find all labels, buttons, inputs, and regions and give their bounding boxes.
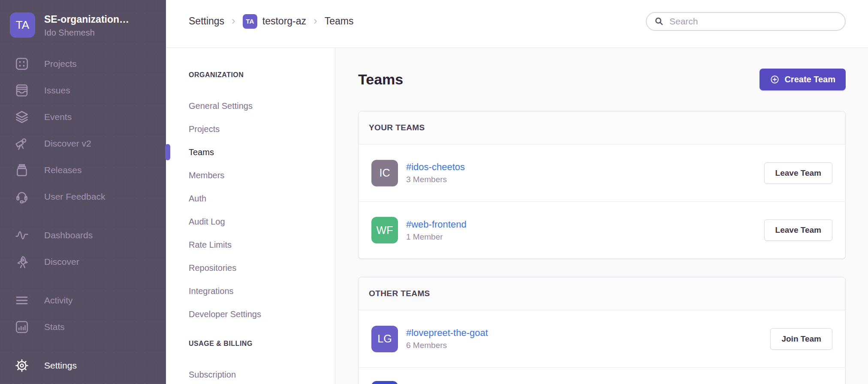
app-root: TA SE-organization… Ido Shemesh Project — [0, 0, 868, 384]
breadcrumb-settings[interactable]: Settings — [189, 15, 224, 27]
other-teams-panel: OTHER TEAMS LG #lovepreet-the-goat 6 Mem… — [358, 277, 846, 384]
org-avatar: TA — [10, 12, 35, 38]
search-input[interactable] — [669, 16, 838, 27]
settings-nav-item-auth[interactable]: Auth — [189, 187, 335, 210]
team-name-link[interactable]: #idos-cheetos — [406, 162, 465, 173]
settings-nav-item-integrations[interactable]: Integrations — [189, 279, 335, 303]
search-icon — [654, 16, 664, 26]
sidebar-group-divider — [0, 210, 166, 222]
team-info: #web-frontend 1 Member — [406, 219, 467, 242]
sidebar-item-label: Discover v2 — [44, 138, 91, 149]
projects-icon — [14, 56, 30, 72]
chevron-right-icon: › — [313, 15, 317, 27]
sidebar-group-divider — [0, 275, 166, 287]
bar-chart-icon — [14, 319, 30, 335]
sidebar-item-stats[interactable]: Stats — [0, 314, 166, 340]
pulse-icon — [14, 228, 30, 243]
breadcrumb-org-badge: TA — [243, 14, 257, 29]
settings-nav-item-subscription[interactable]: Subscription — [189, 363, 335, 384]
settings-nav-item-repositories[interactable]: Repositories — [189, 256, 335, 279]
create-team-button[interactable]: Create Team — [760, 69, 846, 90]
sidebar-item-discover[interactable]: Discover — [0, 249, 166, 275]
settings-nav-section-title: ORGANIZATION — [189, 71, 335, 79]
issues-icon — [14, 83, 30, 98]
breadcrumb-org[interactable]: TA testorg-az — [243, 14, 306, 29]
gear-icon — [14, 358, 30, 373]
panel-header: OTHER TEAMS — [359, 277, 845, 310]
settings-nav-item-label: Audit Log — [189, 217, 225, 227]
team-avatar: IC — [371, 160, 398, 186]
sidebar-item-label: Issues — [44, 85, 70, 96]
team-members: 6 Members — [406, 341, 488, 350]
team-row: LG #lovepreet-the-goat 6 Members Join Te… — [359, 310, 845, 367]
sidebar-item-label: Activity — [44, 295, 73, 306]
breadcrumb: Settings › TA testorg-az › Teams — [189, 14, 353, 29]
sidebar-item-label: Projects — [44, 59, 77, 69]
plus-circle-icon — [770, 75, 780, 84]
panel-header: YOUR TEAMS — [359, 111, 845, 144]
sidebar-item-discover-v2[interactable]: Discover v2 — [0, 130, 166, 157]
settings-nav-item-label: General Settings — [189, 101, 253, 111]
page-title: Teams — [358, 71, 403, 88]
main-content: Teams Create Team YOUR TEAMS IC — [335, 48, 868, 384]
create-team-label: Create Team — [784, 75, 835, 84]
page-head: Teams Create Team — [358, 69, 846, 90]
org-switcher[interactable]: TA SE-organization… Ido Shemesh — [0, 0, 166, 38]
team-avatar: WF — [371, 217, 398, 243]
sidebar-item-label: Discover — [44, 257, 79, 267]
settings-nav-section-title: USAGE & BILLING — [189, 340, 335, 348]
settings-nav-item-general-settings[interactable]: General Settings — [189, 94, 335, 117]
settings-nav-item-label: Projects — [189, 124, 220, 134]
team-avatar: LG — [371, 326, 398, 352]
settings-nav-item-label: Repositories — [189, 263, 236, 273]
settings-nav-item-teams[interactable]: Teams — [189, 141, 335, 164]
rocket-icon — [14, 254, 30, 270]
settings-nav-item-members[interactable]: Members — [189, 164, 335, 187]
sidebar-item-user-feedback[interactable]: User Feedback — [0, 183, 166, 210]
events-icon — [14, 109, 30, 125]
releases-icon — [14, 162, 30, 178]
settings-nav-item-audit-log[interactable]: Audit Log — [189, 210, 335, 233]
telescope-icon — [14, 136, 30, 151]
team-name-link[interactable]: #web-frontend — [406, 219, 467, 230]
team-members: 1 Member — [406, 232, 467, 242]
sidebar-item-releases[interactable]: Releases — [0, 157, 166, 183]
settings-nav-item-projects[interactable]: Projects — [189, 117, 335, 141]
search-box[interactable] — [646, 12, 846, 31]
team-info: #lovepreet-the-goat 6 Members — [406, 327, 488, 350]
team-name-link[interactable]: #lovepreet-the-goat — [406, 327, 488, 339]
team-members: 3 Members — [406, 175, 465, 184]
sidebar-item-label: Events — [44, 112, 72, 122]
sidebar-item-label: Releases — [44, 165, 82, 175]
settings-nav: ORGANIZATION General Settings Projects T… — [166, 48, 335, 384]
leave-team-button[interactable]: Leave Team — [764, 162, 832, 184]
settings-nav-item-label: Subscription — [189, 370, 236, 380]
sidebar-group-divider — [0, 340, 166, 352]
sidebar-item-issues[interactable]: Issues — [0, 77, 166, 104]
breadcrumb-page: Teams — [325, 15, 354, 27]
sidebar-item-projects[interactable]: Projects — [0, 51, 166, 77]
sidebar-item-dashboards[interactable]: Dashboards — [0, 222, 166, 249]
sidebar-item-label: Stats — [44, 322, 65, 332]
settings-nav-item-rate-limits[interactable]: Rate Limits — [189, 233, 335, 256]
your-teams-panel: YOUR TEAMS IC #idos-cheetos 3 Members Le… — [358, 111, 846, 259]
sidebar-item-activity[interactable]: Activity — [0, 287, 166, 314]
topbar: Settings › TA testorg-az › Teams — [166, 0, 868, 48]
user-name: Ido Shemesh — [44, 28, 129, 38]
sidebar-item-label: Settings — [44, 360, 77, 371]
org-name: SE-organization… — [44, 14, 129, 25]
breadcrumb-org-label: testorg-az — [262, 15, 306, 27]
sidebar-item-settings[interactable]: Settings — [0, 352, 166, 379]
right-column: Settings › TA testorg-az › Teams — [166, 0, 868, 384]
team-avatar — [371, 381, 398, 384]
lines-icon — [14, 293, 30, 308]
settings-nav-item-label: Auth — [189, 194, 206, 204]
sidebar-item-events[interactable]: Events — [0, 104, 166, 130]
settings-nav-item-label: Developer Settings — [189, 309, 261, 319]
settings-nav-item-developer-settings[interactable]: Developer Settings — [189, 303, 335, 326]
content-area: ORGANIZATION General Settings Projects T… — [166, 48, 868, 384]
join-team-button[interactable]: Join Team — [770, 328, 832, 350]
leave-team-button[interactable]: Leave Team — [764, 219, 832, 241]
team-row: WF #web-frontend 1 Member Leave Team — [359, 201, 845, 258]
settings-nav-item-label: Members — [189, 171, 224, 180]
